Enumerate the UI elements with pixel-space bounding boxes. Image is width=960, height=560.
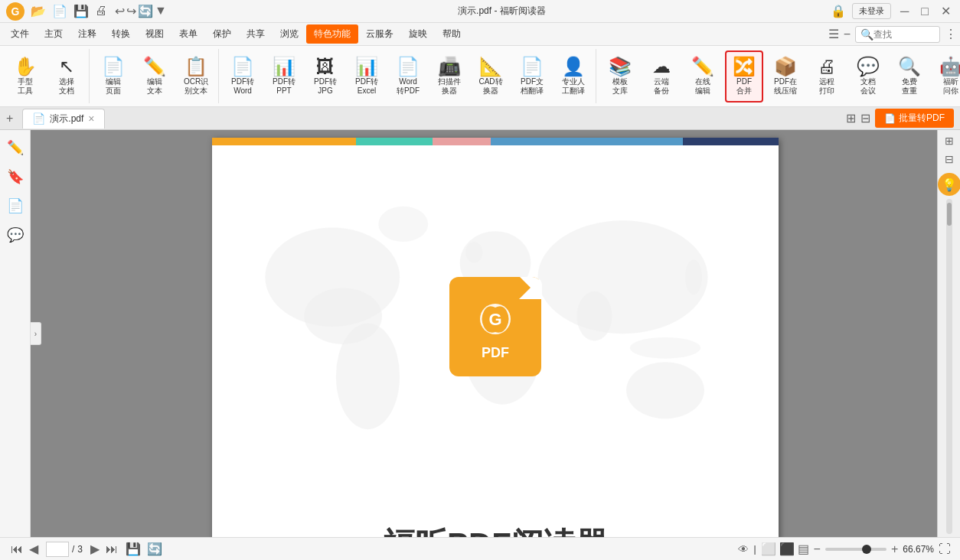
select-tool-button[interactable]: ↖ 选择文档 xyxy=(47,50,86,103)
word-to-pdf-icon: 📄 xyxy=(397,57,420,76)
scroll-page-icon[interactable]: ▤ xyxy=(798,542,809,556)
free-check-button[interactable]: 🔍 免费查重 xyxy=(890,50,929,103)
menu-help[interactable]: 帮助 xyxy=(435,24,469,44)
minimize-button[interactable]: ─ xyxy=(897,5,912,18)
menu-bar: 文件 主页 注释 转换 视图 表单 保护 共享 浏览 特色功能 云服务 旋映 帮… xyxy=(0,23,960,46)
save-icon[interactable]: 💾 xyxy=(72,2,90,20)
last-page-button[interactable]: ⏭ xyxy=(104,542,119,556)
search-input[interactable] xyxy=(873,29,935,40)
menu-home[interactable]: 主页 xyxy=(37,24,70,44)
cad-button[interactable]: 📐 CAD转换器 xyxy=(472,50,510,103)
pdf-to-word-button[interactable]: 📄 PDF转Word xyxy=(224,50,262,103)
menu-annotate[interactable]: 注释 xyxy=(70,24,104,44)
scroll-bar[interactable] xyxy=(946,199,952,534)
remote-print-button[interactable]: 🖨 远程打印 xyxy=(808,50,846,103)
login-button[interactable]: 未登录 xyxy=(852,3,891,19)
tab-demo-pdf[interactable]: 📄 演示.pdf × xyxy=(22,109,104,129)
menu-share[interactable]: 共享 xyxy=(239,24,273,44)
rotate-icon[interactable]: 🔄 xyxy=(147,542,162,556)
sidebar-page-icon[interactable]: 📄 xyxy=(4,194,27,217)
zoom-slider-thumb xyxy=(862,545,871,554)
refresh-icon[interactable]: 🔄 xyxy=(138,4,153,18)
status-bar: ⏮ ◀ 1 / 3 ▶ ⏭ 💾 🔄 👁 | ⬜ ⬛ ▤ − + 66.67% ⛶ xyxy=(0,537,960,560)
sidebar-pen-icon[interactable]: ✏️ xyxy=(4,136,27,159)
pdf-translate-button[interactable]: 📄 PDF文档翻译 xyxy=(513,50,551,103)
status-sep1: | xyxy=(753,544,756,555)
page-title: 福昕PDF阅读器 xyxy=(383,523,608,537)
menu-features[interactable]: 特色功能 xyxy=(306,24,358,44)
save-page-icon[interactable]: 💾 xyxy=(126,542,141,556)
menu-movie[interactable]: 旋映 xyxy=(401,24,435,44)
menu-cloud[interactable]: 云服务 xyxy=(358,24,401,44)
panel-grid-icon[interactable]: ⊞ xyxy=(943,133,955,148)
online-edit-button[interactable]: ✏️ 在线编辑 xyxy=(684,50,722,103)
online-edit-icon: ✏️ xyxy=(691,57,714,76)
ai-ask-button[interactable]: 🤖 福昕问你 xyxy=(932,50,960,103)
batch-convert-button[interactable]: 📄 批量转PDF xyxy=(875,109,954,128)
sidebar-comment-icon[interactable]: 💬 xyxy=(4,223,27,246)
eye-icon[interactable]: 👁 xyxy=(738,543,749,555)
world-map-area: G PDF xyxy=(212,145,779,508)
print-icon2[interactable]: 🖨 xyxy=(93,2,109,20)
bar-seg-pink xyxy=(433,138,490,145)
view-icon2[interactable]: ⊟ xyxy=(860,111,870,125)
page-input[interactable]: 1 xyxy=(46,542,69,557)
pdf-to-ppt-button[interactable]: 📊 PDF转PPT xyxy=(265,50,303,103)
scan-button[interactable]: 📠 扫描件换器 xyxy=(430,50,469,103)
more-menu-icon[interactable]: ⋮ xyxy=(945,27,957,41)
settings-icon[interactable]: ☰ xyxy=(828,27,839,41)
redo-icon[interactable]: ↪ xyxy=(126,4,136,18)
menu-browse[interactable]: 浏览 xyxy=(273,24,306,44)
grid-view-icon[interactable]: ⊞ xyxy=(846,111,856,125)
first-page-button[interactable]: ⏮ xyxy=(9,542,24,556)
doc-meeting-button[interactable]: 💬 文档会议 xyxy=(849,50,887,103)
fullscreen-button[interactable]: ⛶ xyxy=(939,542,951,556)
svg-point-6 xyxy=(626,362,704,418)
dropdown-icon[interactable]: ▼ xyxy=(155,4,167,18)
new-tab-icon[interactable]: + xyxy=(6,112,13,125)
zoom-in-btn[interactable]: + xyxy=(891,542,898,556)
open-file-icon[interactable]: 📂 xyxy=(29,2,47,20)
zoom-slider[interactable] xyxy=(825,548,887,551)
prev-page-button[interactable]: ◀ xyxy=(28,542,40,556)
edit-text-button[interactable]: ✏️ 编辑文本 xyxy=(136,50,174,103)
single-page-icon[interactable]: ⬜ xyxy=(761,542,776,556)
bar-seg-dark xyxy=(683,138,779,145)
collapse-arrow[interactable]: › xyxy=(31,322,41,345)
word-to-pdf-button[interactable]: 📄 Word转PDF xyxy=(389,50,427,103)
menu-convert[interactable]: 转换 xyxy=(104,24,138,44)
zoom-out-btn[interactable]: − xyxy=(814,542,821,556)
menu-form[interactable]: 表单 xyxy=(171,24,205,44)
undo-icon[interactable]: ↩ xyxy=(115,4,125,18)
pdf-compress-button[interactable]: 📦 PDF在线压缩 xyxy=(766,50,805,103)
hint-button[interactable]: 💡 xyxy=(938,173,961,196)
template-lib-button[interactable]: 📚 模板文库 xyxy=(601,50,639,103)
maximize-button[interactable]: □ xyxy=(918,5,932,18)
menu-file[interactable]: 文件 xyxy=(3,24,37,44)
pdf-logo-icon: G PDF xyxy=(449,277,541,376)
pdf-merge-icon: 🔀 xyxy=(733,57,756,76)
next-page-button[interactable]: ▶ xyxy=(89,542,101,556)
menu-protect[interactable]: 保护 xyxy=(205,24,239,44)
menu-view[interactable]: 视图 xyxy=(138,24,171,44)
lock-icon: 🔒 xyxy=(831,4,846,18)
pro-translate-button[interactable]: 👤 专业人工翻译 xyxy=(554,50,593,103)
status-bar-right: 👁 | ⬜ ⬛ ▤ − + 66.67% ⛶ xyxy=(738,542,951,556)
tab-close-button[interactable]: × xyxy=(88,112,94,125)
edit-page-label: 编辑页面 xyxy=(106,77,121,96)
edit-page-button[interactable]: 📄 编辑页面 xyxy=(94,50,132,103)
pro-translate-icon: 👤 xyxy=(562,57,585,76)
settings-icon2[interactable]: − xyxy=(844,28,851,41)
cloud-backup-button[interactable]: ☁ 云端备份 xyxy=(642,50,681,103)
double-page-icon[interactable]: ⬛ xyxy=(779,542,795,556)
new-file-icon[interactable]: 📄 xyxy=(51,2,69,20)
panel-copy-icon[interactable]: ⊟ xyxy=(943,151,955,167)
ocr-button[interactable]: 📋 OCR识别文本 xyxy=(177,50,215,103)
pdf-to-jpg-button[interactable]: 🖼 PDF转JPG xyxy=(306,50,344,103)
app-logo: G xyxy=(6,2,24,21)
pdf-to-excel-button[interactable]: 📊 PDF转Excel xyxy=(348,50,386,103)
sidebar-bookmark-icon[interactable]: 🔖 xyxy=(4,165,27,188)
pdf-merge-button[interactable]: 🔀 PDF合并 xyxy=(725,50,763,103)
close-button[interactable]: ✕ xyxy=(938,4,954,18)
hand-tool-button[interactable]: ✋ 手型工具 xyxy=(6,50,44,103)
